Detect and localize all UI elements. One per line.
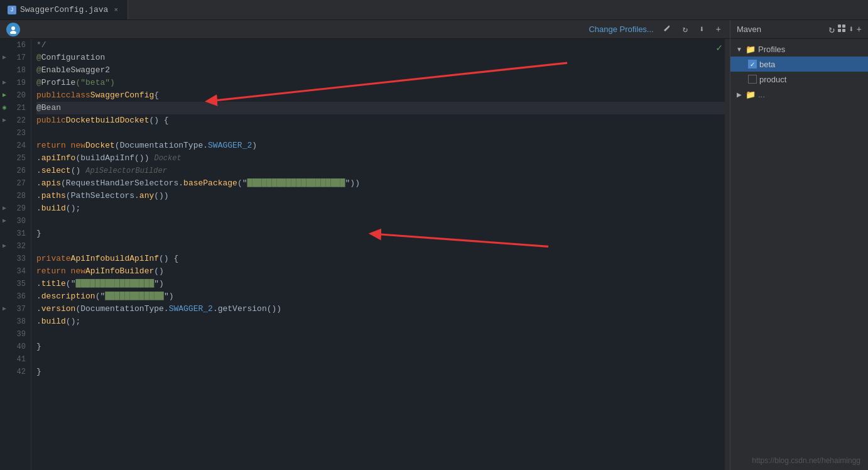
code-line: [36, 353, 725, 366]
maven-beta-item[interactable]: ✓ beta: [730, 57, 868, 72]
code-line: [36, 240, 725, 253]
maven-profiles-item[interactable]: ▼ 📁 Profiles: [730, 41, 868, 57]
code-line: [36, 328, 725, 341]
code-line: @EnableSwagger2: [36, 64, 725, 77]
line-number: 18: [0, 64, 31, 77]
watermark: https://blog.csdn.net/hehaimingg: [752, 456, 860, 465]
line-number: 22▶: [0, 114, 31, 127]
svg-rect-6: [842, 25, 845, 28]
java-file-icon: J: [8, 6, 16, 14]
code-line: .build();: [36, 315, 725, 328]
line-number: 41: [0, 353, 31, 366]
code-line: @Bean: [36, 102, 725, 114]
tab-close-button[interactable]: ×: [112, 6, 120, 14]
line-number: 28: [0, 190, 31, 202]
svg-point-1: [10, 31, 16, 34]
product-label: product: [759, 75, 786, 84]
user-avatar: [6, 23, 20, 36]
code-line: return new ApiInfoBuilder(): [36, 265, 725, 278]
svg-rect-5: [838, 25, 841, 28]
line-number: 38: [0, 315, 31, 328]
code-line: .version(DocumentationType.SWAGGER_2.get…: [36, 303, 725, 315]
svg-point-0: [11, 26, 15, 30]
settings-icon[interactable]: [660, 23, 674, 36]
add-icon[interactable]: +: [713, 23, 724, 36]
code-line: .select() ApiSelectorBuilder: [36, 165, 725, 177]
line-number: 26: [0, 165, 31, 177]
beta-label: beta: [759, 60, 775, 69]
code-line: */: [36, 39, 725, 52]
code-line: [36, 215, 725, 227]
product-checkbox[interactable]: [748, 75, 757, 84]
line-number: 35: [0, 278, 31, 290]
line-number: 34: [0, 265, 31, 278]
refresh-icon[interactable]: ↻: [680, 23, 690, 36]
code-line: private ApiInfo buildApiInf() {: [36, 253, 725, 265]
line-number: 17▶: [0, 52, 31, 64]
svg-rect-7: [838, 29, 841, 32]
beta-checkbox[interactable]: ✓: [748, 60, 757, 68]
maven-title: Maven: [737, 25, 761, 34]
maven-refresh-icon[interactable]: ↻: [829, 23, 835, 36]
code-content[interactable]: ✓ */@Configuration@EnableSwagger2@Profil…: [31, 39, 725, 470]
maven-generate-icon[interactable]: [837, 24, 846, 35]
code-line: }: [36, 341, 725, 353]
line-number: 33: [0, 253, 31, 265]
editor-toolbar: Change Profiles... ↻ ⬇ +: [0, 20, 730, 39]
tab-bar: J SwaggerConfig.java ×: [0, 0, 868, 20]
code-line: .apiInfo(buildApiInf()) Docket: [36, 152, 725, 165]
line-number: 29▶: [0, 202, 31, 215]
editor-area: Change Profiles... ↻ ⬇ + 1617▶1819▶20▶21…: [0, 20, 730, 470]
line-number: 24: [0, 139, 31, 152]
maven-panel: Maven ↻ ⬇ + ▼ 📁 Prof: [730, 20, 868, 470]
code-line: @Profile("beta"): [36, 77, 725, 89]
maven-header: Maven ↻ ⬇ +: [730, 20, 868, 39]
code-line: public Docket buildDocket() {: [36, 114, 725, 127]
line-number: 42: [0, 366, 31, 378]
line-number: 40: [0, 341, 31, 353]
maven-download-icon[interactable]: ⬇: [849, 24, 854, 35]
toolbar-right: Change Profiles... ↻ ⬇ +: [589, 23, 724, 36]
maven-toolbar: ↻ ⬇ +: [829, 23, 862, 36]
checkmark-icon: ✓: [716, 41, 722, 54]
code-line: return new Docket(DocumentationType.SWAG…: [36, 139, 725, 152]
download-icon[interactable]: ⬇: [697, 23, 707, 36]
file-tab[interactable]: J SwaggerConfig.java ×: [0, 0, 128, 19]
line-number: 30▶: [0, 215, 31, 227]
vertical-scrollbar[interactable]: [725, 39, 730, 470]
code-editor: 1617▶1819▶20▶21◉22▶23242526272829▶30▶313…: [0, 39, 730, 470]
expand-icon-2: ▶: [735, 90, 743, 98]
code-line: .title("████████████████"): [36, 278, 725, 290]
change-profiles-link[interactable]: Change Profiles...: [589, 25, 653, 34]
folder-icon-2: 📁: [746, 90, 756, 99]
code-line: }: [36, 366, 725, 378]
line-number: 25: [0, 152, 31, 165]
line-number: 16: [0, 39, 31, 52]
code-line: [36, 127, 725, 139]
line-number: 36: [0, 290, 31, 303]
maven-add-icon[interactable]: +: [857, 25, 862, 35]
profiles-label: Profiles: [758, 45, 785, 54]
svg-rect-8: [842, 29, 845, 32]
main-area: Change Profiles... ↻ ⬇ + 1617▶1819▶20▶21…: [0, 20, 868, 470]
code-line: public class SwaggerConfig {: [36, 89, 725, 102]
line-number: 21◉: [0, 102, 31, 114]
tab-filename: SwaggerConfig.java: [20, 5, 108, 14]
line-number: 27: [0, 177, 31, 190]
line-number: 19▶: [0, 77, 31, 89]
maven-next-item[interactable]: ▶ 📁 ...: [730, 87, 868, 102]
line-number: 31: [0, 227, 31, 240]
next-item-label: ...: [758, 90, 765, 99]
line-numbers: 1617▶1819▶20▶21◉22▶23242526272829▶30▶313…: [0, 39, 31, 470]
code-line: .description("████████████"): [36, 290, 725, 303]
expand-icon: ▼: [735, 45, 743, 53]
code-line: .paths(PathSelectors.any()): [36, 190, 725, 202]
folder-icon: 📁: [746, 45, 756, 54]
line-number: 20▶: [0, 89, 31, 102]
toolbar-left: [6, 23, 20, 36]
code-line: .apis(RequestHandlerSelectors.basePackag…: [36, 177, 725, 190]
code-line: .build();: [36, 202, 725, 215]
code-line: @Configuration: [36, 52, 725, 64]
maven-product-item[interactable]: product: [730, 72, 868, 87]
line-number: 37▶: [0, 303, 31, 315]
